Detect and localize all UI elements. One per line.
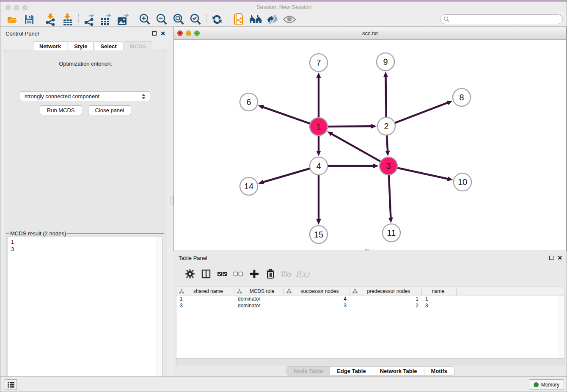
tab-network[interactable]: Network [33,41,67,50]
graph-edge-1-2[interactable] [326,126,372,127]
graph-edge-2-9[interactable] [385,76,386,119]
splitter-grip[interactable] [171,196,173,204]
graph-node-label: 14 [244,182,253,191]
control-panel: Control Panel ✕ Network Style Select MCD… [0,27,171,377]
tab-edge-table[interactable]: Edge Table [330,366,373,375]
import-network-button[interactable] [42,13,59,26]
graph-edge-3-10[interactable] [396,168,449,179]
export-network-button[interactable] [81,13,98,26]
column-header-shared-name[interactable]: shared name [176,287,234,295]
table-horizontal-scrollbar[interactable] [176,358,564,365]
tab-node-table[interactable]: Node Table [286,366,330,375]
task-history-button[interactable] [5,379,17,390]
float-table-panel-icon[interactable] [549,256,553,260]
open-session-button[interactable] [4,13,21,26]
status-bar: Memory [0,376,567,392]
column-settings-button[interactable] [182,267,198,281]
minimize-window-button[interactable] [14,5,19,10]
tab-network-table[interactable]: Network Table [373,366,424,375]
import-table-button[interactable] [59,13,76,26]
select-all-button[interactable] [214,267,230,281]
column-header-successor-nodes[interactable]: successor nodes [284,287,350,295]
delete-column-button[interactable] [278,267,295,281]
cell-shared-name[interactable]: 3 [176,302,234,309]
close-panel-button[interactable]: Close panel [88,105,132,115]
show-all-button[interactable] [281,13,298,26]
graph-edge-3-1[interactable] [331,134,382,162]
hide-selected-button[interactable] [264,13,281,26]
network-canvas[interactable]: 1234678910111415 [174,40,566,251]
column-header-mcds-role[interactable]: MCDS role [234,287,284,295]
column-header-name[interactable]: name [422,287,457,295]
node-table: shared name MCDS role successor nodes pr… [176,287,564,358]
import-table-icon [62,13,74,26]
close-panel-icon[interactable]: ✕ [160,31,165,36]
cell-name[interactable]: 1 [422,295,457,302]
run-mcds-button[interactable]: Run MCDS [40,105,82,115]
application-window: Session: New Session [0,0,567,392]
toolbar-separator [78,14,79,25]
cell-successor-nodes[interactable]: 3 [284,302,350,309]
tab-mcds[interactable]: MCDS [124,41,152,50]
table-row[interactable]: 3 dominator 3 2 3 [176,302,564,309]
cell-shared-name[interactable]: 1 [176,295,234,302]
table-row[interactable]: 1 dominator 4 1 1 [176,295,564,302]
cell-mcds-role[interactable]: dominator [234,302,284,309]
float-panel-icon[interactable] [152,31,157,36]
zoom-fit-button[interactable] [170,13,187,26]
memory-button[interactable]: Memory [529,379,564,390]
tab-motifs[interactable]: Motifs [424,366,454,375]
export-table-button[interactable] [98,13,115,26]
graph-node-label: 11 [387,228,396,237]
cell-successor-nodes[interactable]: 4 [284,295,350,302]
apply-layout-button[interactable] [209,13,226,26]
graph-edge-2-8[interactable] [394,102,448,123]
tab-select[interactable]: Select [94,41,123,50]
network-minimize-button[interactable]: − [186,30,191,36]
delete-row-button[interactable] [262,267,278,281]
hide-selected-icon [266,14,279,25]
save-session-button[interactable] [21,13,38,26]
zoom-out-button[interactable] [153,13,170,26]
close-table-panel-icon[interactable]: ✕ [557,256,562,260]
mcds-result-textarea[interactable]: 1 3 [8,237,162,392]
zoom-selected-button[interactable] [187,13,204,26]
deselect-all-button[interactable] [230,267,246,281]
graph-edge-3-11[interactable] [389,174,391,218]
table-scrollbar[interactable] [559,295,564,358]
graph-node-label: 3 [386,161,391,171]
network-window-titlebar[interactable]: ✕ − + scc.txt [174,27,566,40]
search-input[interactable] [450,17,562,22]
optimization-criterion-select[interactable]: strongly connected component [20,91,150,101]
split-columns-icon [201,269,211,279]
export-image-button[interactable] [115,13,132,26]
cell-predecessor-nodes[interactable]: 1 [350,295,422,302]
graph-edge-1-6[interactable] [262,107,311,124]
apply-layout-icon [211,14,223,25]
graph-edge-arrowhead [388,218,393,223]
add-column-button[interactable] [246,267,262,281]
clone-network-icon [233,13,244,26]
cell-name[interactable]: 3 [422,302,457,309]
graph-edge-4-14[interactable] [263,168,311,182]
result-scrollbar[interactable] [157,237,162,391]
close-window-button[interactable] [6,5,11,10]
tab-style[interactable]: Style [68,41,94,50]
network-maximize-button[interactable]: + [194,30,200,36]
attribute-tree-icon [179,289,184,294]
function-builder-button[interactable]: f(x) [295,267,311,281]
graph-edge-2-3[interactable] [387,134,388,152]
maximize-window-button[interactable] [22,5,28,10]
zoom-fit-icon [172,13,185,26]
zoom-in-button[interactable] [136,13,153,26]
cell-mcds-role[interactable]: dominator [234,295,284,302]
column-header-predecessor-nodes[interactable]: predecessor nodes [350,287,422,295]
memory-status-icon [534,382,539,387]
panel-mode-button[interactable] [198,267,214,281]
delete-column-icon [281,270,292,278]
network-close-button[interactable]: ✕ [177,30,183,36]
clone-network-button[interactable] [230,13,247,26]
cell-predecessor-nodes[interactable]: 2 [350,302,422,309]
first-neighbors-button[interactable] [247,13,264,26]
panel-splitter[interactable] [171,27,173,377]
